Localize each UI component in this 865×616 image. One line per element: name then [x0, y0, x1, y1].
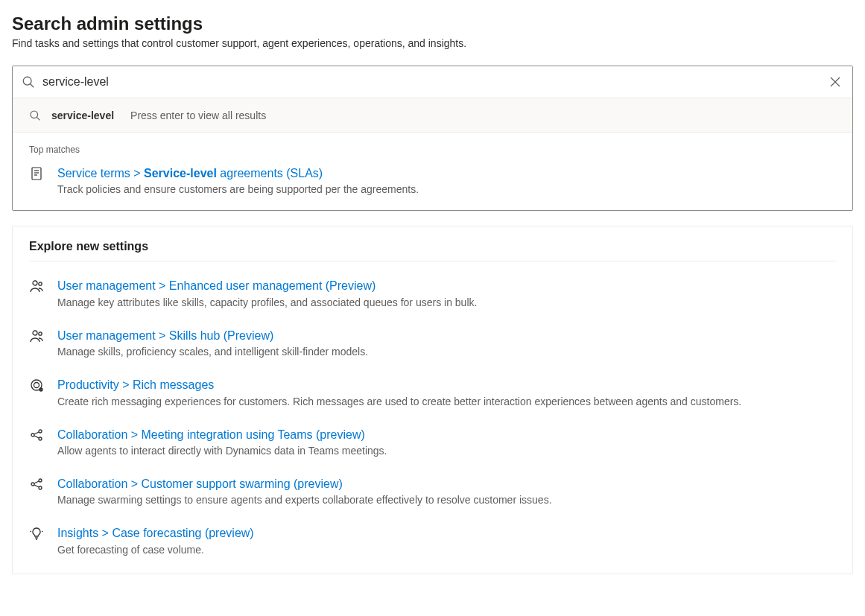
explore-item-desc: Get forecasting of case volume.: [57, 544, 836, 556]
share-icon: [29, 477, 44, 491]
explore-list: User management > Enhanced user manageme…: [29, 278, 836, 555]
explore-item-link[interactable]: Collaboration > Customer support swarmin…: [57, 477, 343, 490]
explore-item[interactable]: User management > Enhanced user manageme…: [29, 278, 836, 308]
explore-item-desc: Manage skills, proficiency scales, and i…: [57, 346, 836, 358]
top-match-suffix: agreements (SLAs): [217, 167, 323, 180]
search-icon: [29, 109, 41, 121]
top-match-bold: Service-level: [144, 167, 217, 180]
share-icon: [29, 428, 44, 442]
top-matches-section: Top matches Service terms > Service-leve…: [13, 132, 852, 210]
search-icon: [22, 75, 35, 89]
svg-point-4: [31, 111, 38, 118]
document-icon: [29, 167, 44, 180]
page-title: Search admin settings: [12, 13, 853, 34]
explore-card: Explore new settings User management > E…: [12, 226, 853, 574]
explore-item-link[interactable]: Productivity > Rich messages: [57, 378, 214, 391]
search-input[interactable]: [42, 75, 827, 89]
explore-item-link[interactable]: Collaboration > Meeting integration usin…: [57, 428, 365, 441]
explore-item-desc: Allow agents to interact directly with D…: [57, 445, 836, 457]
explore-item[interactable]: Collaboration > Meeting integration usin…: [29, 427, 836, 457]
explore-item-desc: Manage swarming settings to ensure agent…: [57, 494, 836, 506]
explore-item-desc: Create rich messaging experiences for cu…: [57, 396, 836, 407]
top-match-item[interactable]: Service terms > Service-level agreements…: [29, 165, 836, 195]
explore-item[interactable]: Collaboration > Customer support swarmin…: [29, 476, 836, 506]
explore-item-desc: Manage key attributes like skills, capac…: [57, 296, 836, 308]
search-echo-row[interactable]: service-level Press enter to view all re…: [13, 98, 852, 132]
search-row: [13, 66, 852, 98]
explore-title: Explore new settings: [29, 240, 836, 253]
top-match-link[interactable]: Service terms > Service-level agreements…: [57, 167, 323, 180]
search-echo-hint: Press enter to view all results: [130, 109, 266, 121]
svg-line-1: [31, 84, 34, 88]
explore-item-link[interactable]: User management > Skills hub (Preview): [57, 329, 273, 342]
page-subtitle: Find tasks and settings that control cus…: [12, 37, 853, 49]
svg-point-0: [23, 77, 31, 85]
explore-item-link[interactable]: Insights > Case forecasting (preview): [57, 527, 254, 539]
svg-rect-6: [32, 168, 41, 180]
top-match-prefix: Service terms >: [57, 167, 144, 180]
top-match-desc: Track policies and ensure customers are …: [57, 183, 836, 195]
target-icon: [29, 378, 44, 392]
explore-item[interactable]: User management > Skills hub (Preview)Ma…: [29, 328, 836, 358]
explore-item[interactable]: Productivity > Rich messagesCreate rich …: [29, 377, 836, 407]
divider: [29, 261, 836, 261]
close-icon: [830, 77, 840, 87]
explore-item[interactable]: Insights > Case forecasting (preview)Get…: [29, 525, 836, 555]
svg-line-5: [37, 117, 39, 120]
people-icon: [29, 329, 44, 343]
people-icon: [29, 279, 44, 293]
explore-item-link[interactable]: User management > Enhanced user manageme…: [57, 279, 376, 292]
clear-search-button[interactable]: [827, 74, 843, 90]
top-matches-heading: Top matches: [29, 145, 836, 155]
lightbulb-icon: [29, 527, 44, 540]
search-container: service-level Press enter to view all re…: [12, 66, 853, 211]
search-echo-term: service-level: [51, 109, 114, 121]
